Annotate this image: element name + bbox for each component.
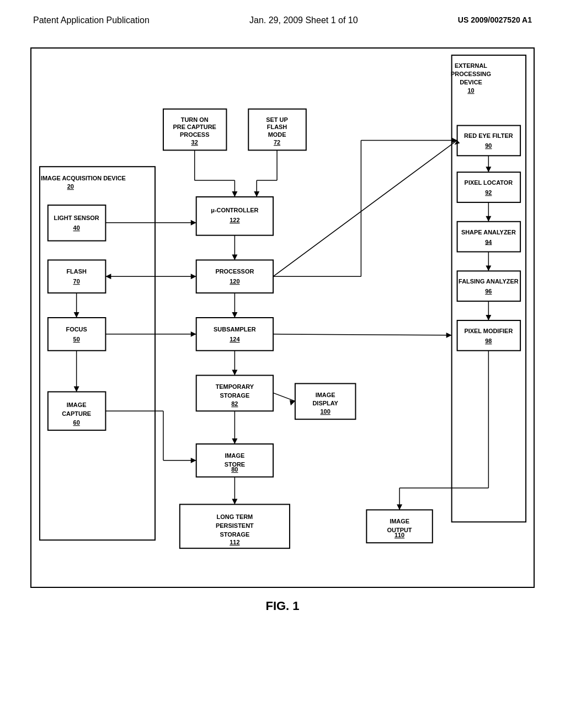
svg-text:RED EYE FILTER: RED EYE FILTER <box>464 132 513 139</box>
svg-rect-57 <box>457 126 520 156</box>
svg-rect-27 <box>196 260 273 293</box>
svg-text:82: 82 <box>231 400 238 407</box>
svg-text:80: 80 <box>231 466 238 473</box>
svg-marker-100 <box>74 386 79 392</box>
svg-rect-18 <box>48 205 106 241</box>
svg-marker-98 <box>232 370 237 376</box>
svg-text:72: 72 <box>274 139 280 146</box>
svg-text:TURN ON: TURN ON <box>181 116 209 123</box>
svg-marker-92 <box>191 274 196 279</box>
svg-text:94: 94 <box>485 239 492 245</box>
header-center: Jan. 29, 2009 Sheet 1 of 10 <box>249 15 358 25</box>
svg-text:DISPLAY: DISPLAY <box>312 400 338 406</box>
diagram-container: EXTERNAL PROCESSING DEVICE 10 IMAGE ACQU… <box>30 47 535 588</box>
svg-text:50: 50 <box>73 336 80 342</box>
svg-text:70: 70 <box>73 278 80 285</box>
svg-marker-120 <box>486 265 491 271</box>
svg-marker-83 <box>254 191 259 197</box>
svg-marker-112 <box>232 499 237 505</box>
svg-marker-96 <box>191 331 196 337</box>
svg-rect-30 <box>48 318 106 351</box>
svg-line-107 <box>273 393 295 401</box>
svg-text:90: 90 <box>485 142 492 149</box>
svg-rect-66 <box>457 271 520 301</box>
svg-marker-102 <box>74 312 79 318</box>
svg-marker-85 <box>191 220 196 226</box>
svg-text:PIXEL LOCATOR: PIXEL LOCATOR <box>465 179 513 186</box>
svg-text:LONG TERM: LONG TERM <box>217 513 253 520</box>
svg-rect-24 <box>48 260 106 293</box>
svg-marker-126 <box>397 505 402 510</box>
svg-rect-69 <box>457 320 520 351</box>
svg-text:SUBSAMPLER: SUBSAMPLER <box>214 326 256 333</box>
svg-text:FLASH: FLASH <box>66 268 87 275</box>
svg-text:122: 122 <box>230 217 239 223</box>
svg-line-88 <box>273 140 457 276</box>
page-header: Patent Application Publication Jan. 29, … <box>0 0 565 31</box>
svg-rect-33 <box>196 318 273 351</box>
svg-text:92: 92 <box>485 189 492 196</box>
svg-text:PROCESSING: PROCESSING <box>451 71 491 77</box>
svg-text:98: 98 <box>485 338 492 344</box>
svg-text:STORAGE: STORAGE <box>220 392 249 399</box>
svg-text:IMAGE: IMAGE <box>225 452 244 459</box>
svg-marker-114 <box>446 333 452 338</box>
svg-text:100: 100 <box>321 408 331 415</box>
svg-text:MODE: MODE <box>268 131 286 138</box>
svg-text:SET UP: SET UP <box>266 116 288 123</box>
svg-text:112: 112 <box>230 539 239 545</box>
figure-label: FIG. 1 <box>0 599 565 613</box>
svg-text:PROCESSOR: PROCESSOR <box>215 268 254 275</box>
svg-marker-79 <box>232 191 237 197</box>
svg-text:10: 10 <box>467 87 474 94</box>
svg-text:PROCESS: PROCESS <box>180 131 210 138</box>
svg-text:LIGHT SENSOR: LIGHT SENSOR <box>54 215 99 221</box>
svg-text:TEMPORARY: TEMPORARY <box>216 383 254 390</box>
svg-text:SHAPE ANALYZER: SHAPE ANALYZER <box>461 229 516 235</box>
svg-text:FOCUS: FOCUS <box>66 326 87 333</box>
svg-marker-94 <box>232 312 237 318</box>
svg-marker-116 <box>486 167 491 172</box>
svg-text:STORAGE: STORAGE <box>220 531 249 538</box>
svg-text:32: 32 <box>191 139 198 146</box>
header-right: US 2009/0027520 A1 <box>458 15 532 24</box>
svg-marker-110 <box>232 438 237 444</box>
svg-text:60: 60 <box>73 419 80 426</box>
svg-marker-91 <box>105 274 111 279</box>
svg-text:IMAGE: IMAGE <box>390 518 409 524</box>
svg-marker-106 <box>191 458 196 463</box>
svg-rect-60 <box>457 172 520 202</box>
svg-text:124: 124 <box>230 336 240 342</box>
svg-text:IMAGE: IMAGE <box>67 402 87 408</box>
svg-text:FLASH: FLASH <box>267 124 287 131</box>
svg-text:DEVICE: DEVICE <box>460 79 482 85</box>
svg-line-113 <box>273 334 452 335</box>
svg-text:CAPTURE: CAPTURE <box>62 410 91 417</box>
svg-text:FALSING ANALYZER: FALSING ANALYZER <box>459 278 519 285</box>
svg-text:IMAGE: IMAGE <box>316 392 335 398</box>
svg-text:120: 120 <box>230 278 239 285</box>
svg-text:PRE CAPTURE: PRE CAPTURE <box>173 124 216 131</box>
svg-text:PIXEL MODIFIER: PIXEL MODIFIER <box>464 328 513 334</box>
svg-rect-63 <box>457 222 520 252</box>
svg-text:40: 40 <box>73 224 80 231</box>
svg-marker-122 <box>486 315 491 320</box>
svg-text:96: 96 <box>485 288 492 295</box>
svg-text:110: 110 <box>395 532 404 538</box>
page: Patent Application Publication Jan. 29, … <box>0 0 565 728</box>
svg-text:IMAGE ACQUISITION DEVICE: IMAGE ACQUISITION DEVICE <box>41 175 126 181</box>
svg-marker-118 <box>486 216 491 222</box>
svg-text:20: 20 <box>67 183 74 190</box>
header-left: Patent Application Publication <box>33 15 150 25</box>
svg-marker-87 <box>232 255 237 260</box>
svg-text:EXTERNAL: EXTERNAL <box>455 62 487 69</box>
svg-text:PERSISTENT: PERSISTENT <box>216 522 254 529</box>
svg-text:μ-CONTROLLER: μ-CONTROLLER <box>211 207 258 213</box>
